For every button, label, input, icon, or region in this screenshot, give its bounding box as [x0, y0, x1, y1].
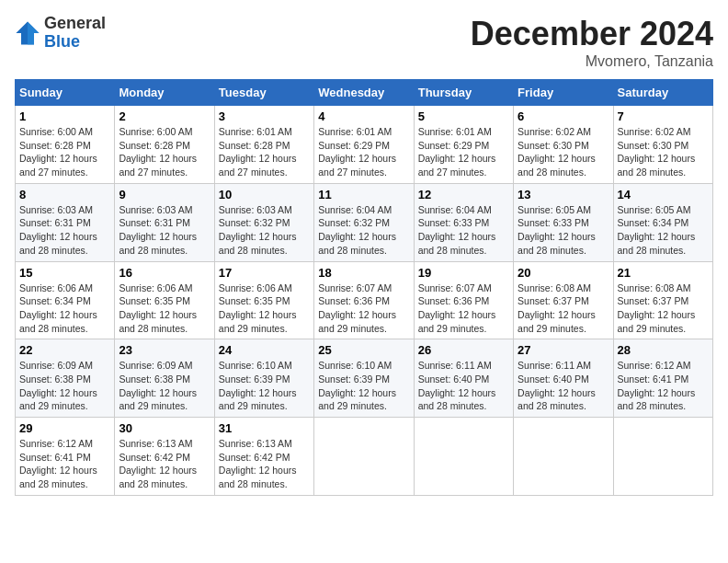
day-info: Sunrise: 6:04 AMSunset: 6:32 PMDaylight:…: [318, 204, 396, 256]
header-sunday: Sunday: [16, 80, 115, 106]
day-number: 28: [618, 343, 709, 357]
title-area: December 2024 Mvomero, Tanzania: [471, 15, 713, 70]
day-number: 12: [418, 188, 509, 201]
logo-text: General Blue: [44, 15, 106, 52]
calendar-cell: 19 Sunrise: 6:07 AMSunset: 6:36 PMDaylig…: [414, 261, 513, 339]
calendar-cell: 4 Sunrise: 6:01 AMSunset: 6:29 PMDayligh…: [314, 106, 414, 184]
calendar-cell: 24 Sunrise: 6:10 AMSunset: 6:39 PMDaylig…: [214, 339, 313, 418]
day-number: 10: [219, 188, 310, 201]
calendar-cell: 27 Sunrise: 6:11 AMSunset: 6:40 PMDaylig…: [514, 339, 613, 418]
calendar-cell: [613, 418, 712, 496]
day-info: Sunrise: 6:09 AMSunset: 6:38 PMDaylight:…: [19, 360, 97, 411]
calendar-cell: 13 Sunrise: 6:05 AMSunset: 6:33 PMDaylig…: [514, 183, 613, 261]
day-number: 27: [518, 343, 609, 357]
day-number: 15: [19, 266, 110, 280]
calendar-cell: 15 Sunrise: 6:06 AMSunset: 6:34 PMDaylig…: [16, 261, 115, 339]
day-number: 19: [418, 266, 509, 280]
calendar-cell: 7 Sunrise: 6:02 AMSunset: 6:30 PMDayligh…: [613, 106, 712, 184]
week-row-4: 22 Sunrise: 6:09 AMSunset: 6:38 PMDaylig…: [16, 339, 713, 418]
day-number: 7: [618, 109, 709, 123]
day-number: 4: [318, 109, 409, 123]
calendar-cell: 16 Sunrise: 6:06 AMSunset: 6:35 PMDaylig…: [115, 261, 214, 339]
header-wednesday: Wednesday: [314, 80, 414, 106]
day-number: 9: [119, 188, 210, 201]
day-info: Sunrise: 6:03 AMSunset: 6:31 PMDaylight:…: [19, 204, 97, 256]
day-number: 3: [219, 109, 310, 123]
calendar-cell: 12 Sunrise: 6:04 AMSunset: 6:33 PMDaylig…: [414, 183, 513, 261]
calendar-cell: 14 Sunrise: 6:05 AMSunset: 6:34 PMDaylig…: [613, 183, 712, 261]
logo-general-text: General: [44, 15, 106, 33]
calendar-cell: [514, 418, 613, 496]
logo-blue-text: Blue: [44, 33, 106, 52]
day-number: 18: [318, 266, 409, 280]
calendar-cell: 5 Sunrise: 6:01 AMSunset: 6:29 PMDayligh…: [414, 106, 513, 184]
header-tuesday: Tuesday: [214, 80, 313, 106]
header-thursday: Thursday: [414, 80, 513, 106]
day-info: Sunrise: 6:11 AMSunset: 6:40 PMDaylight:…: [518, 360, 596, 411]
calendar-cell: 3 Sunrise: 6:01 AMSunset: 6:28 PMDayligh…: [214, 106, 313, 184]
day-number: 1: [19, 109, 110, 123]
calendar-cell: 8 Sunrise: 6:03 AMSunset: 6:31 PMDayligh…: [16, 183, 115, 261]
calendar-cell: 23 Sunrise: 6:09 AMSunset: 6:38 PMDaylig…: [115, 339, 214, 418]
day-info: Sunrise: 6:07 AMSunset: 6:36 PMDaylight:…: [318, 282, 396, 334]
day-info: Sunrise: 6:00 AMSunset: 6:28 PMDaylight:…: [119, 126, 197, 178]
day-info: Sunrise: 6:02 AMSunset: 6:30 PMDaylight:…: [618, 126, 696, 178]
day-info: Sunrise: 6:01 AMSunset: 6:29 PMDaylight:…: [318, 126, 396, 178]
week-row-1: 1 Sunrise: 6:00 AMSunset: 6:28 PMDayligh…: [16, 106, 713, 184]
calendar-cell: 11 Sunrise: 6:04 AMSunset: 6:32 PMDaylig…: [314, 183, 414, 261]
location-title: Mvomero, Tanzania: [471, 53, 713, 70]
calendar-cell: [314, 418, 414, 496]
day-number: 20: [518, 266, 609, 280]
calendar-cell: 30 Sunrise: 6:13 AMSunset: 6:42 PMDaylig…: [115, 418, 214, 496]
calendar-cell: 17 Sunrise: 6:06 AMSunset: 6:35 PMDaylig…: [214, 261, 313, 339]
day-number: 13: [518, 188, 609, 201]
weekday-header-row: Sunday Monday Tuesday Wednesday Thursday…: [16, 80, 713, 106]
day-info: Sunrise: 6:05 AMSunset: 6:34 PMDaylight:…: [618, 204, 696, 256]
day-info: Sunrise: 6:07 AMSunset: 6:36 PMDaylight:…: [418, 282, 496, 334]
day-info: Sunrise: 6:06 AMSunset: 6:35 PMDaylight:…: [119, 282, 197, 334]
header-monday: Monday: [115, 80, 214, 106]
day-info: Sunrise: 6:06 AMSunset: 6:35 PMDaylight:…: [219, 282, 297, 334]
day-number: 2: [119, 109, 210, 123]
day-info: Sunrise: 6:08 AMSunset: 6:37 PMDaylight:…: [618, 282, 696, 334]
day-info: Sunrise: 6:08 AMSunset: 6:37 PMDaylight:…: [518, 282, 596, 334]
day-info: Sunrise: 6:10 AMSunset: 6:39 PMDaylight:…: [318, 360, 396, 411]
day-number: 24: [219, 343, 310, 357]
day-number: 16: [119, 266, 210, 280]
header-friday: Friday: [514, 80, 613, 106]
day-number: 5: [418, 109, 509, 123]
day-info: Sunrise: 6:01 AMSunset: 6:29 PMDaylight:…: [418, 126, 496, 178]
day-number: 26: [418, 343, 509, 357]
day-number: 22: [19, 343, 110, 357]
calendar-cell: 31 Sunrise: 6:13 AMSunset: 6:42 PMDaylig…: [214, 418, 313, 496]
calendar-cell: 21 Sunrise: 6:08 AMSunset: 6:37 PMDaylig…: [613, 261, 712, 339]
logo-icon: [15, 20, 40, 46]
calendar-cell: 20 Sunrise: 6:08 AMSunset: 6:37 PMDaylig…: [514, 261, 613, 339]
day-number: 6: [518, 109, 609, 123]
day-info: Sunrise: 6:12 AMSunset: 6:41 PMDaylight:…: [19, 438, 97, 489]
header: General Blue December 2024 Mvomero, Tanz…: [15, 15, 713, 70]
day-number: 11: [318, 188, 409, 201]
svg-marker-1: [28, 21, 40, 44]
calendar-table: Sunday Monday Tuesday Wednesday Thursday…: [15, 79, 713, 496]
day-info: Sunrise: 6:03 AMSunset: 6:31 PMDaylight:…: [119, 204, 197, 256]
day-info: Sunrise: 6:00 AMSunset: 6:28 PMDaylight:…: [19, 126, 97, 178]
day-info: Sunrise: 6:09 AMSunset: 6:38 PMDaylight:…: [119, 360, 197, 411]
calendar-cell: 29 Sunrise: 6:12 AMSunset: 6:41 PMDaylig…: [16, 418, 115, 496]
day-number: 17: [219, 266, 310, 280]
day-number: 29: [19, 421, 110, 435]
day-info: Sunrise: 6:11 AMSunset: 6:40 PMDaylight:…: [418, 360, 496, 411]
week-row-2: 8 Sunrise: 6:03 AMSunset: 6:31 PMDayligh…: [16, 183, 713, 261]
day-info: Sunrise: 6:05 AMSunset: 6:33 PMDaylight:…: [518, 204, 596, 256]
calendar-cell: 26 Sunrise: 6:11 AMSunset: 6:40 PMDaylig…: [414, 339, 513, 418]
day-number: 30: [119, 421, 210, 435]
day-number: 25: [318, 343, 409, 357]
logo: General Blue: [15, 15, 106, 52]
day-info: Sunrise: 6:01 AMSunset: 6:28 PMDaylight:…: [219, 126, 297, 178]
calendar-cell: 22 Sunrise: 6:09 AMSunset: 6:38 PMDaylig…: [16, 339, 115, 418]
calendar-cell: 28 Sunrise: 6:12 AMSunset: 6:41 PMDaylig…: [613, 339, 712, 418]
day-info: Sunrise: 6:13 AMSunset: 6:42 PMDaylight:…: [219, 438, 297, 489]
week-row-3: 15 Sunrise: 6:06 AMSunset: 6:34 PMDaylig…: [16, 261, 713, 339]
month-title: December 2024: [471, 15, 713, 53]
day-info: Sunrise: 6:12 AMSunset: 6:41 PMDaylight:…: [618, 360, 696, 411]
